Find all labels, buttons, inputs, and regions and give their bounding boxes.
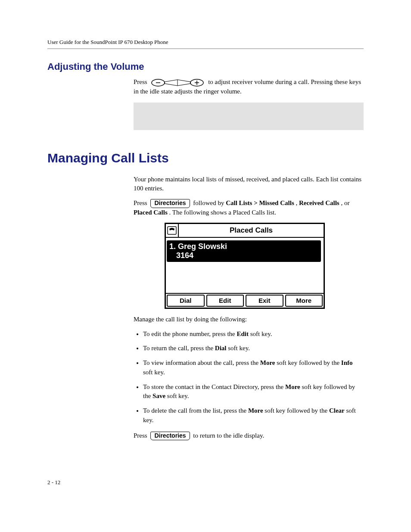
bold-placed-calls: Placed Calls [134, 209, 168, 216]
bold: More [285, 383, 300, 390]
softkey-dial: Dial [167, 295, 205, 307]
volume-paragraph: Press to adjust receiver volume during a… [134, 78, 364, 96]
intro-paragraph: Your phone maintains local lists of miss… [134, 175, 364, 194]
list-item: To store the contact in the Contact Dire… [143, 383, 364, 401]
selected-call-entry: 1. Greg Slowski 3164 [167, 240, 321, 261]
page-number: 2 - 12 [47, 479, 364, 486]
text: To delete the call from the list, press … [143, 407, 248, 414]
text: soft key. [165, 392, 189, 399]
text: followed by [193, 199, 226, 206]
text: soft key followed by the [275, 359, 341, 366]
bold: More [248, 407, 263, 414]
directories-key-icon: Directories [150, 432, 190, 440]
text: To store the contact in the Contact Dire… [143, 383, 285, 390]
bold: More [260, 359, 275, 366]
entry-name: 1. Greg Slowski [169, 242, 318, 251]
text: To edit the phone number, press the [143, 330, 237, 337]
manage-intro: Manage the call list by doing the follow… [134, 315, 364, 324]
text: to return to the idle display. [193, 432, 264, 439]
directories-key-icon: Directories [150, 199, 190, 208]
text: To return the call, press the [143, 345, 215, 352]
softkey-exit: Exit [246, 295, 283, 307]
text: soft key followed by the [263, 407, 329, 414]
instruction-list: To edit the phone number, press the Edit… [134, 330, 364, 425]
volume-rocker-icon [150, 78, 205, 87]
list-item: To delete the call from the list, press … [143, 406, 364, 425]
bold: Info [341, 359, 353, 366]
text: soft key. [249, 330, 272, 337]
entry-number: 3164 [169, 251, 318, 260]
bold: Dial [215, 345, 227, 352]
bold: Clear [329, 407, 345, 414]
softkey-edit: Edit [206, 295, 244, 307]
text: , or [341, 199, 349, 206]
list-item: To edit the phone number, press the Edit… [143, 330, 364, 339]
running-header: User Guide for the SoundPoint IP 670 Des… [47, 39, 364, 49]
phone-screen-figure: Placed Calls 1. Greg Slowski 3164 Dial E… [165, 223, 325, 309]
bold: Save [153, 392, 165, 399]
text: soft key. [226, 345, 249, 352]
phone-handset-icon [166, 224, 179, 237]
text: , [296, 199, 299, 206]
return-paragraph: Press Directories to return to the idle … [134, 431, 364, 441]
heading-adjusting-volume: Adjusting the Volume [47, 61, 364, 72]
bold: Edit [237, 330, 249, 337]
volume-text-a: Press [134, 78, 149, 85]
bold-received-calls: Received Calls [299, 199, 339, 206]
heading-managing-call-lists: Managing Call Lists [47, 151, 364, 165]
bold-call-lists: Call Lists > Missed Calls [226, 199, 294, 206]
text: Press [134, 432, 149, 439]
softkey-more: More [285, 295, 323, 307]
list-item: To view information about the call, pres… [143, 358, 364, 377]
screen-title: Placed Calls [179, 224, 324, 237]
text: To view information about the call, pres… [143, 359, 260, 366]
text: Press [134, 199, 149, 206]
note-placeholder-box [134, 103, 364, 130]
directories-paragraph: Press Directories followed by Call Lists… [134, 199, 364, 218]
text: soft key. [143, 369, 165, 376]
text: . The following shows a Placed Calls lis… [169, 209, 276, 216]
svg-rect-6 [168, 227, 176, 234]
list-item: To return the call, press the Dial soft … [143, 344, 364, 353]
